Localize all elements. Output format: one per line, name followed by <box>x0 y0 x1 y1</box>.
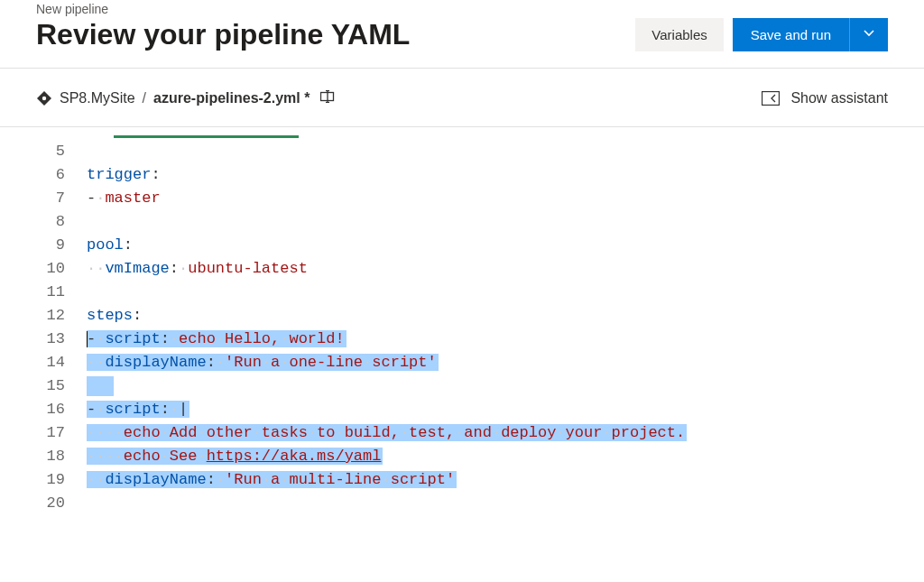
code-line[interactable]: pool: <box>87 234 133 257</box>
code-editor[interactable]: 56trigger:7-·master89pool:10··vmImage:·u… <box>0 127 924 515</box>
path-separator: / <box>143 90 146 106</box>
show-assistant-label: Show assistant <box>790 90 888 106</box>
code-line[interactable]: ··vmImage:·ubuntu-latest <box>87 257 308 281</box>
line-number: 18 <box>0 445 87 468</box>
line-number: 12 <box>0 304 87 328</box>
line-number: 5 <box>0 140 87 163</box>
line-number: 15 <box>0 374 87 398</box>
show-assistant-button[interactable]: Show assistant <box>762 90 888 106</box>
line-number: 9 <box>0 234 87 257</box>
line-number: 14 <box>0 351 87 374</box>
repo-name[interactable]: SP8.MySite <box>60 90 135 106</box>
chevron-down-icon <box>863 27 875 42</box>
filename[interactable]: azure-pipelines-2.yml * <box>153 90 310 106</box>
code-line[interactable]: steps: <box>87 304 142 328</box>
breadcrumb[interactable]: New pipeline <box>36 0 888 18</box>
save-and-run-caret-button[interactable] <box>849 18 888 51</box>
line-number: 19 <box>0 468 87 492</box>
line-number: 10 <box>0 257 87 281</box>
code-line[interactable]: ····echo·See·https://aka.ms/yaml <box>87 445 383 468</box>
repo-icon <box>36 90 52 106</box>
marker-underline <box>114 134 299 138</box>
code-line[interactable]: ····echo·Add·other·tasks·to·build,·test,… <box>87 421 687 445</box>
code-line[interactable]: ··displayName:·'Run·a·one-line·script' <box>87 351 439 374</box>
panel-icon <box>762 91 780 106</box>
svg-point-0 <box>42 97 46 100</box>
variables-button[interactable]: Variables <box>635 18 723 51</box>
code-line[interactable]: -·master <box>87 187 161 210</box>
code-line[interactable]: -·script:·| <box>87 398 189 421</box>
save-and-run-button[interactable]: Save and run <box>733 18 849 51</box>
line-number: 13 <box>0 328 87 351</box>
line-number: 17 <box>0 421 87 445</box>
line-number: 7 <box>0 187 87 210</box>
line-number: 20 <box>0 492 87 515</box>
page-title: Review your pipeline YAML <box>36 18 410 51</box>
line-number: 6 <box>0 163 87 187</box>
code-line[interactable] <box>87 374 114 398</box>
line-number: 8 <box>0 210 87 234</box>
line-number: 11 <box>0 281 87 304</box>
code-line[interactable]: trigger: <box>87 163 161 187</box>
svg-rect-5 <box>762 92 780 106</box>
line-number: 16 <box>0 398 87 421</box>
rename-icon[interactable] <box>320 90 337 106</box>
code-line[interactable]: ··displayName:·'Run·a·multi-line·script' <box>87 468 457 492</box>
code-line[interactable]: -·script:·echo·Hello,·world! <box>87 328 346 351</box>
file-path: SP8.MySite / azure-pipelines-2.yml * <box>36 90 337 106</box>
